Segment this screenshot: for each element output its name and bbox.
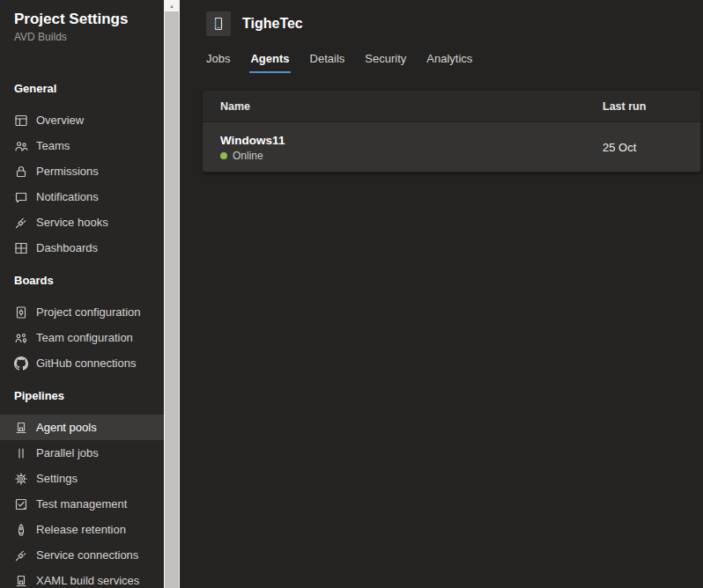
test-management-icon [14, 497, 28, 511]
sidebar-scrollbar[interactable]: ▲ [164, 0, 180, 588]
sidebar-item-teams[interactable]: Teams [0, 133, 164, 158]
sidebar-item-parallel-jobs[interactable]: Parallel jobs [0, 440, 164, 466]
sidebar-item-label: Settings [36, 472, 78, 485]
sidebar-item-label: Dashboards [36, 241, 98, 254]
scroll-up-arrow-icon: ▲ [169, 4, 174, 9]
notifications-icon [14, 190, 28, 204]
sidebar-item-permissions[interactable]: Permissions [0, 158, 164, 184]
agent-pool-tile [206, 11, 231, 36]
tab-jobs[interactable]: Jobs [205, 50, 231, 73]
section-header-boards: Boards [0, 273, 164, 289]
agents-table-header: Name Last run [203, 91, 700, 122]
section-header-pipelines: Pipelines [0, 388, 164, 404]
sidebar-item-team-configuration[interactable]: Team configuration [0, 325, 164, 350]
tab-security[interactable]: Security [364, 50, 407, 73]
tab-details[interactable]: Details [309, 50, 346, 73]
sidebar-item-label: Agent pools [36, 421, 97, 434]
sidebar-item-label: Release retention [36, 523, 126, 536]
sidebar-item-overview[interactable]: Overview [0, 107, 164, 133]
service-hooks-icon [14, 216, 28, 230]
sidebar-item-project-configuration[interactable]: Project configuration [0, 299, 164, 325]
sidebar-item-dashboards[interactable]: Dashboards [0, 235, 164, 261]
settings-gear-icon [14, 472, 28, 486]
status-label: Online [233, 150, 263, 162]
sidebar-item-github-connections[interactable]: GitHub connections [0, 350, 164, 376]
agent-pools-icon [14, 421, 28, 435]
scrollbar-thumb[interactable] [165, 11, 179, 588]
project-configuration-icon [14, 305, 28, 320]
permissions-icon [14, 165, 28, 179]
sidebar-item-settings[interactable]: Settings [0, 466, 164, 491]
sidebar-item-release-retention[interactable]: Release retention [0, 517, 164, 542]
column-header-name: Name [203, 100, 250, 113]
agent-last-run: 25 Oct [603, 122, 636, 172]
scrollbar-up-button[interactable]: ▲ [164, 0, 180, 11]
team-configuration-icon [14, 331, 28, 345]
section-boards-items: Project configuration Team configuration… [0, 299, 164, 376]
sidebar-item-label: Service connections [36, 548, 138, 562]
sidebar-item-label: XAML build services [36, 574, 139, 587]
sidebar-item-label: Project configuration [36, 305, 141, 319]
xaml-build-services-icon [14, 574, 28, 588]
section-general-items: Overview Teams Permissions Notifications… [0, 107, 164, 261]
overview-icon [14, 114, 28, 128]
agent-pool-tile-icon [211, 17, 226, 31]
settings-sidebar: Project Settings AVD Builds General Over… [0, 0, 164, 588]
sidebar-item-label: Notifications [36, 190, 99, 203]
parallel-jobs-icon [14, 446, 28, 460]
release-retention-icon [14, 523, 28, 537]
pool-tabs: Jobs Agents Details Security Analytics [205, 50, 473, 73]
sidebar-item-label: Test management [36, 497, 127, 511]
sidebar-item-service-hooks[interactable]: Service hooks [0, 209, 164, 235]
sidebar-item-notifications[interactable]: Notifications [0, 184, 164, 209]
sidebar-item-label: Teams [36, 139, 70, 152]
sidebar-item-label: Team configuration [36, 331, 133, 344]
sidebar-item-label: Overview [36, 114, 84, 127]
column-header-last-run: Last run [603, 100, 646, 113]
tab-agents[interactable]: Agents [249, 50, 290, 73]
project-settings-window: Project Settings AVD Builds General Over… [0, 0, 703, 588]
service-connections-icon [14, 548, 28, 562]
github-icon [14, 356, 28, 371]
page-title: Project Settings [0, 0, 164, 30]
pool-header: TigheTec [206, 11, 303, 36]
tab-analytics[interactable]: Analytics [426, 50, 473, 73]
sidebar-item-test-management[interactable]: Test management [0, 491, 164, 517]
agents-table-card: Name Last run Windows11 Online 25 Oct [203, 91, 700, 173]
sidebar-item-xaml-build-services[interactable]: XAML build services [0, 568, 164, 588]
section-header-general: General [0, 81, 164, 97]
sidebar-item-label: Permissions [36, 165, 99, 178]
sidebar-item-label: Parallel jobs [36, 446, 99, 459]
sidebar-item-label: Service hooks [36, 216, 108, 229]
agent-row-windows11[interactable]: Windows11 Online 25 Oct [203, 122, 700, 172]
sidebar-item-service-connections[interactable]: Service connections [0, 542, 164, 568]
teams-icon [14, 139, 28, 153]
pool-name-title: TigheTec [242, 16, 303, 32]
project-name: AVD Builds [0, 30, 164, 44]
section-pipelines-items: Agent pools Parallel jobs Settings Test … [0, 415, 164, 588]
status-online-dot-icon [220, 152, 227, 159]
sidebar-item-agent-pools[interactable]: Agent pools [0, 415, 164, 440]
dashboards-icon [14, 241, 28, 255]
sidebar-item-label: GitHub connections [36, 356, 136, 370]
agent-pool-content: TigheTec Jobs Agents Details Security An… [180, 0, 703, 588]
